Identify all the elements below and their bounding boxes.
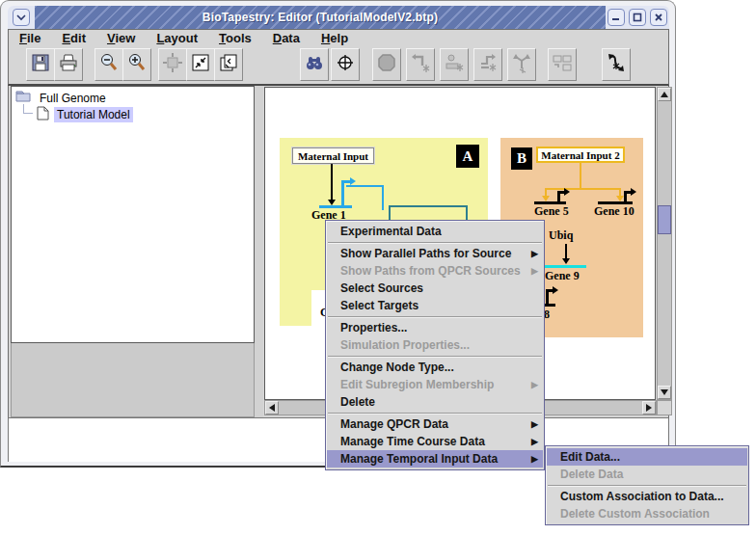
search-button[interactable] [300,48,329,81]
menu-item-delete[interactable]: Delete [327,393,543,411]
center-on-selected-button[interactable] [331,48,360,81]
node-maternal-input-2[interactable]: Maternal Input 2 [536,147,625,163]
menu-item-experimental-data[interactable]: Experimental Data [327,223,543,240]
draw-gene-icon [477,52,499,77]
gene5-label[interactable]: Gene 5 [534,204,569,219]
ubiq-link[interactable] [565,244,567,259]
menu-item-show-parallel-paths[interactable]: Show Parallel Paths for Source▶ [327,245,543,262]
menu-item-change-node-type[interactable]: Change Node Type... [327,359,543,376]
print-button[interactable] [54,48,83,81]
maximize-icon [633,13,642,22]
window-menu-area [8,6,35,29]
draw-curve-link-button[interactable] [602,48,631,81]
maximize-button[interactable] [629,9,646,26]
submenu-arrow-icon: ▶ [531,266,538,276]
model-tree-panel: Full Genome Tutorial Model [11,86,255,343]
submenu-item-custom-association[interactable]: Custom Association to Data... [547,488,747,505]
split-divider[interactable] [255,86,263,417]
menu-data[interactable]: Data [262,30,310,46]
scroll-left-button[interactable] [265,401,279,415]
zoom-to-model-icon [162,52,183,77]
menu-help[interactable]: Help [310,30,359,46]
context-menu: Experimental Data Show Parallel Paths fo… [325,220,545,470]
print-icon [58,52,79,77]
menu-bar: File Edit View Layout Tools Data Help [8,29,669,47]
draw-node-icon [444,52,465,77]
menu-item-select-sources[interactable]: Select Sources [327,280,543,297]
tree-connector [23,113,33,114]
zoom-to-all-models-icon [218,52,239,77]
region-b-badge: B [511,147,532,170]
arrowhead-right [553,286,558,294]
region-a-badge: A [456,145,479,168]
window-menu-icon [16,13,26,21]
draw-module-icon [552,52,573,77]
draw-link-button[interactable] [406,48,435,81]
draw-tree-icon [511,52,532,77]
tree-item-label: Full Genome [37,91,109,106]
menu-item-select-targets[interactable]: Select Targets [327,297,543,314]
gold-link-h[interactable] [545,188,621,190]
arrowhead-right [350,177,356,185]
tree-item-full-genome[interactable]: Full Genome [15,90,109,106]
gene1-riser [341,180,344,206]
gold-link-v[interactable] [580,163,581,188]
close-icon [654,13,663,22]
menu-item-manage-qpcr-data[interactable]: Manage QPCR Data▶ [327,415,543,433]
minimize-icon [611,13,621,22]
tree-item-label: Tutorial Model [54,107,133,122]
tree-item-tutorial-model[interactable]: Tutorial Model [37,106,133,122]
scroll-right-button[interactable] [642,401,656,415]
window-menu-button[interactable] [13,9,30,26]
draw-curve-link-icon [606,52,627,77]
draw-node-button[interactable] [440,48,469,81]
gene9-label[interactable]: Gene 9 [545,269,580,283]
draw-gene-button[interactable] [473,48,502,81]
vertical-scroll-thumb[interactable] [658,205,671,234]
menu-file[interactable]: File [9,30,51,46]
node-maternal-input[interactable]: Maternal Input [292,147,374,164]
zoom-out-button[interactable] [94,48,123,81]
cancel-add-button[interactable] [372,48,401,81]
gene10-label[interactable]: Gene 10 [594,204,634,219]
save-icon [30,52,51,77]
folder-icon [15,90,32,106]
zoom-in-button[interactable] [122,48,151,81]
ubiq-label[interactable]: Ubiq [549,228,573,243]
submenu-arrow-icon: ▶ [531,419,538,429]
menu-tools[interactable]: Tools [208,30,262,46]
zoom-to-all-models-button[interactable] [214,48,243,81]
draw-link-icon [410,52,431,77]
menu-item-simulation-properties: Simulation Properties... [327,336,543,354]
scroll-up-button[interactable] [658,88,671,101]
zoom-to-worksheet-button[interactable] [186,48,215,81]
title-bar[interactable]: BioTapestry: Editor (TutorialModelV2.btp… [8,6,669,29]
submenu-item-edit-data[interactable]: Edit Data... [547,448,747,466]
search-icon [304,52,325,77]
close-button[interactable] [650,9,667,26]
gene1-outlink-h[interactable] [346,185,384,187]
draw-module-button[interactable] [548,48,577,81]
save-button[interactable] [26,48,55,81]
menu-item-manage-temporal-input-data[interactable]: Manage Temporal Input Data▶ [327,450,543,468]
zoom-to-worksheet-icon [190,52,211,77]
menu-edit[interactable]: Edit [51,30,96,46]
minimize-button[interactable] [608,9,625,26]
zoom-in-icon [126,52,148,77]
scroll-down-button[interactable] [658,386,671,399]
window-controls [606,6,669,29]
menu-item-properties[interactable]: Properties... [327,319,543,336]
zoom-out-icon [98,52,120,77]
vertical-scrollbar[interactable] [657,87,672,400]
toolbar [8,46,669,86]
menu-layout[interactable]: Layout [146,30,208,46]
menu-view[interactable]: View [96,30,146,46]
menu-item-manage-time-course-data[interactable]: Manage Time Course Data▶ [327,433,543,450]
link-maternal-to-gene1[interactable] [331,164,333,201]
zoom-to-model-button[interactable] [158,48,187,81]
document-icon [37,106,49,123]
submenu-arrow-icon: ▶ [531,437,538,446]
gene1-outlink-v[interactable] [382,185,384,210]
draw-tree-button[interactable] [507,48,536,81]
toolbar-drag-handle[interactable] [13,49,23,81]
